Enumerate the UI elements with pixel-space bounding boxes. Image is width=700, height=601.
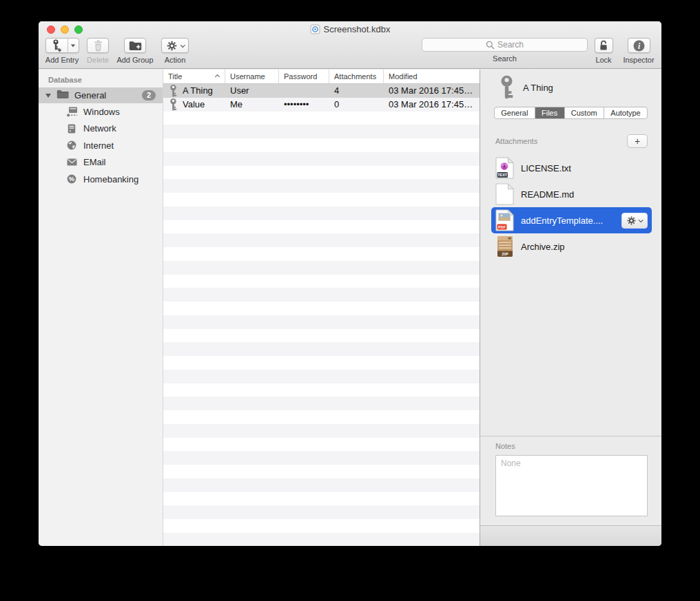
entry-key-icon-slot [169,193,177,206]
cell-title [163,166,225,178]
column-header-attachments[interactable]: Attachments [329,70,384,83]
column-header-password[interactable]: Password [279,70,329,83]
cell-title [163,425,225,437]
entry-key-icon-slot [169,302,177,315]
table-row[interactable]: Value Me •••••••• 0 03 Mar 2016 17:45… [163,98,480,112]
notes-input[interactable] [495,455,648,516]
key-icon [169,85,177,97]
entry-key-icon-slot [169,262,177,274]
sidebar-item-icon-slot [65,140,78,151]
sidebar-item-icon-slot [65,157,78,168]
cell-password: •••••••• [279,99,329,109]
zoom-button[interactable] [74,25,83,34]
cell-title [163,234,225,246]
column-header-title[interactable]: Title [163,70,225,83]
sidebar-item-internet[interactable]: Internet [39,137,163,154]
cell-title [163,125,225,138]
chevron-down-icon [180,43,185,48]
svg-text:%: % [69,176,74,182]
folder-plus-icon [129,41,142,51]
envelope-icon [67,158,77,166]
minimize-button[interactable] [61,25,69,34]
sidebar-item-windows[interactable]: Windows [39,103,163,120]
entry-key-icon-slot [169,166,177,178]
add-entry-dropdown[interactable] [68,39,79,52]
titlebar[interactable]: Screenshot.kdbx [39,21,661,36]
entry-title: A Thing [183,85,213,96]
inspector-footer [480,525,661,546]
add-group-button[interactable] [124,38,146,53]
cell-title [163,343,225,355]
server-icon [68,124,76,134]
add-attachment-button[interactable]: + [627,134,648,148]
table-empty-row [163,397,480,410]
inspector-panel: A Thing GeneralFilesCustomAutotype Attac… [480,70,661,546]
attachment-item[interactable]: README.md [491,181,652,207]
table-row[interactable]: A Thing User 4 03 Mar 2016 17:45… [163,84,480,98]
column-header-label: Title [168,72,182,81]
table-empty-row [163,138,480,152]
cell-title [163,262,225,274]
table-empty-row [163,356,480,370]
trash-icon [93,40,103,52]
entry-key-icon-slot [169,520,177,532]
notes-section: Notes [480,436,661,525]
table-empty-row [163,410,480,424]
sidebar-item-label: Windows [83,107,120,117]
sidebar-item-general[interactable]: General 2 [39,87,163,103]
delete-button[interactable] [87,38,109,53]
table-empty-row [163,342,480,356]
attachment-item[interactable]: ZIP Archive.zip [491,233,652,260]
attachment-item[interactable]: TEXT LICENSE.txt [491,155,652,181]
cell-title [163,534,225,546]
sidebar-item-label: Internet [83,140,114,151]
magnifier-icon [486,41,495,50]
cell-title [163,370,225,383]
cell-title [163,153,225,165]
folder-icon [56,89,69,102]
sidebar-item-homebanking[interactable]: % Homebanking [39,171,163,188]
entry-key-icon-slot [169,343,177,355]
attachment-item[interactable]: PDF addEntryTemplate.... [491,207,652,233]
sidebar-item-email[interactable]: EMail [39,154,163,171]
table-empty-row [163,329,480,343]
table-empty-row [163,383,480,397]
svg-text:PDF: PDF [498,225,506,229]
disclosure-triangle-icon[interactable] [45,94,51,98]
close-button[interactable] [47,25,55,34]
search-input[interactable]: Search [422,38,588,52]
add-entry-button[interactable] [45,38,79,53]
entry-key-icon-slot [169,139,177,151]
entry-key-icon-slot [169,465,177,478]
attachment-name: Archive.zip [521,242,565,252]
gear-icon [627,216,636,225]
entry-key-icon-slot [169,397,177,410]
attachment-actions-button[interactable] [621,213,648,229]
entry-title: Value [183,99,205,109]
tab-files[interactable]: Files [535,107,565,118]
file-icon-slot [495,183,514,205]
column-header-label: Modified [389,72,418,81]
entry-key-icon-slot [169,383,177,396]
notes-label: Notes [495,442,648,450]
entry-key-icon-slot [169,220,177,233]
action-label: Action [165,56,186,64]
tab-autotype[interactable]: Autotype [604,107,647,118]
table-empty-row [163,302,480,315]
entry-key-icon-slot [169,112,177,124]
action-button[interactable] [161,38,189,53]
column-header-modified[interactable]: Modified [384,70,480,83]
chevron-down-icon [71,44,75,47]
tab-custom[interactable]: Custom [565,107,604,118]
column-header-username[interactable]: Username [225,70,279,83]
key-icon [169,98,177,111]
lock-button[interactable] [595,38,613,53]
cell-title [163,316,225,328]
entry-key-icon-slot [169,411,177,423]
toolbar: Add Entry Delete [39,38,661,68]
key-icon [500,75,514,100]
tab-general[interactable]: General [495,107,535,118]
sidebar-item-network[interactable]: Network [39,120,163,138]
cell-username: Me [225,99,279,109]
inspector-button[interactable]: i [628,38,650,53]
